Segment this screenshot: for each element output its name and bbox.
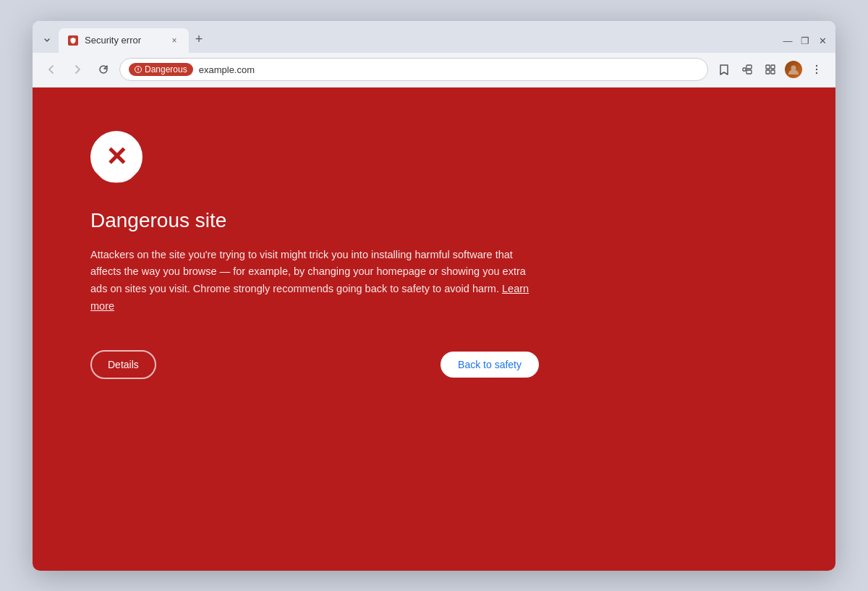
profile-manager-button[interactable] — [760, 59, 780, 80]
extensions-button[interactable] — [737, 59, 757, 80]
error-icon: ✕ — [90, 131, 142, 183]
svg-rect-3 — [743, 68, 746, 71]
tab-close-button[interactable]: × — [169, 35, 180, 46]
svg-point-12 — [816, 69, 817, 70]
tab-title: Security error — [85, 35, 163, 46]
tab-shield-icon — [68, 35, 78, 46]
error-buttons: Details Back to safety — [90, 350, 539, 379]
nav-right-controls — [714, 59, 827, 80]
page-content: ✕ Dangerous site Attackers on the site y… — [33, 88, 835, 571]
svg-rect-9 — [771, 70, 775, 74]
tab-bar-left — [38, 31, 56, 53]
window-controls: — ❐ ✕ — [780, 34, 830, 53]
svg-rect-8 — [766, 70, 770, 74]
maximize-button[interactable]: ❐ — [798, 34, 812, 48]
tab-favicon — [67, 35, 79, 46]
tab-bar: Security error × + — ❐ ✕ — [33, 21, 835, 53]
dangerous-badge-label: Dangerous — [145, 64, 187, 75]
error-body: Attackers on the site you're trying to v… — [90, 247, 539, 316]
svg-point-2 — [137, 70, 138, 71]
error-body-text: Attackers on the site you're trying to v… — [90, 249, 526, 295]
close-window-button[interactable]: ✕ — [815, 34, 830, 48]
minimize-button[interactable]: — — [780, 34, 795, 48]
svg-rect-7 — [771, 65, 775, 69]
svg-point-11 — [816, 65, 817, 67]
address-bar[interactable]: Dangerous example.com — [119, 58, 708, 81]
reload-button[interactable] — [93, 59, 114, 80]
tab-list-chevron-icon[interactable] — [38, 31, 56, 48]
error-title: Dangerous site — [90, 209, 539, 232]
browser-window: Security error × + — ❐ ✕ — [33, 21, 835, 571]
nav-bar: Dangerous example.com — [33, 53, 835, 88]
avatar-button[interactable] — [783, 59, 804, 80]
error-x-icon: ✕ — [106, 144, 127, 170]
user-avatar — [785, 61, 802, 78]
details-button[interactable]: Details — [90, 350, 156, 379]
dangerous-badge: Dangerous — [129, 63, 193, 76]
error-container: ✕ Dangerous site Attackers on the site y… — [90, 131, 539, 380]
back-button[interactable] — [41, 59, 61, 80]
svg-rect-5 — [746, 70, 752, 74]
back-to-safety-button[interactable]: Back to safety — [441, 352, 539, 378]
bookmark-button[interactable] — [714, 59, 734, 80]
address-text: example.com — [199, 64, 699, 75]
active-tab[interactable]: Security error × — [59, 28, 189, 53]
svg-rect-6 — [766, 65, 770, 69]
svg-rect-4 — [746, 65, 752, 69]
svg-point-13 — [816, 72, 817, 74]
new-tab-button[interactable]: + — [189, 30, 209, 50]
forward-button[interactable] — [67, 59, 88, 80]
menu-button[interactable] — [807, 59, 827, 80]
